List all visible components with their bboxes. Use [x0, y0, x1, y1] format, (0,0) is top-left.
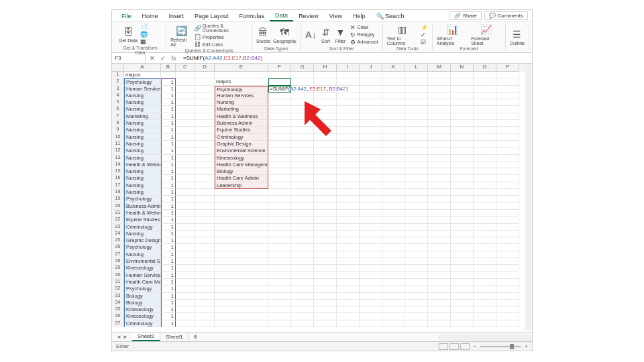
- cell[interactable]: [195, 155, 215, 162]
- cell[interactable]: [215, 272, 268, 279]
- col-header[interactable]: G: [291, 64, 314, 72]
- zoom-slider[interactable]: [480, 346, 521, 347]
- cell[interactable]: [405, 168, 428, 175]
- cell[interactable]: [428, 306, 451, 313]
- cell[interactable]: [195, 300, 215, 306]
- cell[interactable]: [360, 162, 382, 168]
- cell[interactable]: [268, 141, 291, 147]
- cell[interactable]: 1: [161, 106, 176, 113]
- cell[interactable]: Health Care Management: [124, 279, 161, 286]
- cell[interactable]: [428, 175, 451, 182]
- cell[interactable]: [291, 210, 314, 217]
- cell[interactable]: [314, 224, 337, 231]
- cell[interactable]: [291, 293, 314, 300]
- cell[interactable]: [496, 141, 519, 147]
- cell[interactable]: [451, 113, 474, 120]
- cell[interactable]: [451, 141, 474, 147]
- cell[interactable]: [291, 147, 314, 154]
- cell[interactable]: [382, 78, 405, 85]
- cell[interactable]: [474, 189, 496, 196]
- cell[interactable]: [291, 265, 314, 272]
- cell[interactable]: [428, 293, 451, 300]
- cell[interactable]: [176, 134, 195, 141]
- cell[interactable]: [176, 265, 195, 272]
- cell[interactable]: [405, 162, 428, 168]
- col-header[interactable]: B: [161, 64, 176, 72]
- cell[interactable]: [215, 313, 268, 320]
- cell[interactable]: [337, 113, 360, 120]
- cell[interactable]: Nursing: [124, 189, 161, 196]
- cell[interactable]: [496, 279, 519, 286]
- cell[interactable]: [291, 182, 314, 189]
- cell[interactable]: 1: [161, 300, 176, 306]
- cell[interactable]: Nursing: [124, 99, 161, 106]
- cell[interactable]: [337, 272, 360, 279]
- cell[interactable]: [382, 286, 405, 292]
- cell[interactable]: [496, 162, 519, 168]
- cell[interactable]: [337, 127, 360, 133]
- cell[interactable]: [405, 175, 428, 182]
- cell[interactable]: 1: [161, 182, 176, 189]
- enter-formula-button[interactable]: ✓: [159, 55, 167, 62]
- cell[interactable]: [195, 78, 215, 85]
- cell[interactable]: 1: [161, 320, 176, 327]
- zoom-in-button[interactable]: +: [525, 343, 528, 349]
- cell[interactable]: [195, 306, 215, 313]
- cell[interactable]: Psychology: [124, 286, 161, 292]
- cell[interactable]: [360, 244, 382, 251]
- cell[interactable]: [428, 106, 451, 113]
- col-header[interactable]: E: [215, 64, 268, 72]
- cell[interactable]: [451, 279, 474, 286]
- cell[interactable]: [428, 127, 451, 133]
- cell[interactable]: [405, 203, 428, 210]
- cell[interactable]: [382, 306, 405, 313]
- cell[interactable]: Human Services: [124, 272, 161, 279]
- cell[interactable]: [382, 210, 405, 217]
- cell[interactable]: 1: [161, 251, 176, 258]
- cell[interactable]: [496, 147, 519, 154]
- filter-button[interactable]: ▼Filter: [335, 26, 347, 44]
- cell[interactable]: [195, 286, 215, 292]
- cell[interactable]: [451, 162, 474, 168]
- cell[interactable]: [268, 113, 291, 120]
- cell[interactable]: [215, 300, 268, 306]
- cell[interactable]: Nursing: [124, 155, 161, 162]
- cell[interactable]: Health Care Admin: [215, 175, 268, 182]
- cell[interactable]: Nursing: [124, 106, 161, 113]
- tab-data[interactable]: Data: [270, 11, 293, 21]
- cell[interactable]: [195, 251, 215, 258]
- col-header[interactable]: A: [124, 64, 161, 72]
- cell[interactable]: [428, 155, 451, 162]
- cell[interactable]: [215, 72, 268, 78]
- cell[interactable]: [451, 155, 474, 162]
- cell[interactable]: [360, 106, 382, 113]
- properties-link[interactable]: 📋Properties: [195, 34, 248, 40]
- cell[interactable]: 1: [161, 279, 176, 286]
- cell[interactable]: [360, 134, 382, 141]
- cell[interactable]: [474, 168, 496, 175]
- row-header[interactable]: 3: [112, 86, 124, 93]
- spreadsheet-grid[interactable]: A B C D E F G H I J K L M N O P 1majors2…: [112, 64, 532, 330]
- cell[interactable]: [451, 78, 474, 85]
- cell[interactable]: 1: [161, 189, 176, 196]
- cell[interactable]: =SUMIF(A2:A42,E3:E17,B2:B42): [268, 86, 291, 93]
- cell[interactable]: [360, 127, 382, 133]
- formula-input[interactable]: =SUMIF(A2:A42,E3:E17,B2:B42): [180, 54, 532, 62]
- cell[interactable]: Criminology: [215, 134, 268, 141]
- cell[interactable]: [360, 231, 382, 237]
- cell[interactable]: [382, 134, 405, 141]
- cell[interactable]: [314, 78, 337, 85]
- cell[interactable]: [496, 306, 519, 313]
- cell[interactable]: [176, 272, 195, 279]
- cell[interactable]: [451, 106, 474, 113]
- cell[interactable]: [195, 313, 215, 320]
- cell[interactable]: [176, 293, 195, 300]
- cell[interactable]: [195, 134, 215, 141]
- tab-page-layout[interactable]: Page Layout: [189, 11, 234, 21]
- row-header[interactable]: 25: [112, 237, 124, 244]
- cell[interactable]: [382, 106, 405, 113]
- cell[interactable]: Psychology: [215, 86, 268, 93]
- stocks-button[interactable]: 🏛Stocks: [256, 26, 270, 44]
- cell[interactable]: [474, 279, 496, 286]
- cell[interactable]: [360, 86, 382, 93]
